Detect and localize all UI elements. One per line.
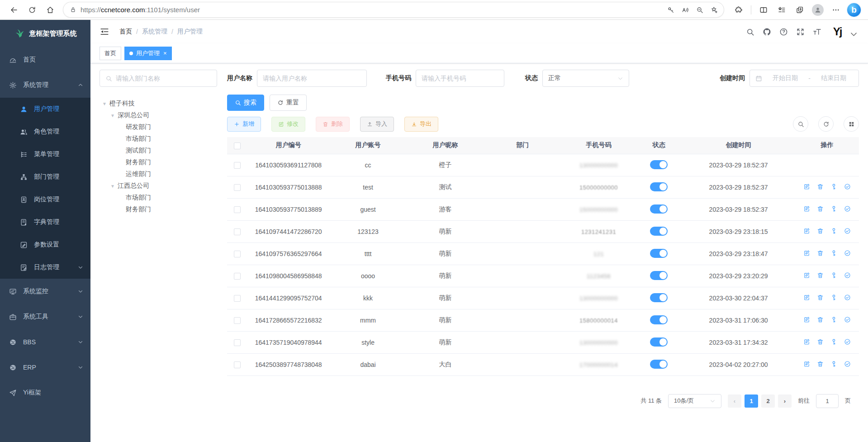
status-select[interactable]: 正常 (542, 70, 629, 87)
edit-row-icon[interactable] (803, 338, 810, 345)
date-start-placeholder[interactable]: 开始日期 (766, 74, 805, 82)
collections-icon[interactable] (774, 2, 789, 18)
assign-role-icon[interactable] (844, 338, 851, 345)
search-button[interactable]: 搜索 (227, 95, 264, 111)
username-input[interactable] (257, 70, 367, 87)
row-checkbox[interactable] (234, 273, 241, 280)
add-button[interactable]: 新增 (227, 117, 261, 132)
dept-search-field[interactable] (116, 75, 211, 82)
delete-row-icon[interactable] (817, 361, 824, 367)
reset-password-icon[interactable] (830, 250, 837, 257)
status-toggle[interactable] (650, 160, 668, 169)
status-toggle[interactable] (650, 227, 668, 236)
font-size-icon[interactable] (813, 28, 821, 36)
extensions-icon[interactable] (731, 2, 746, 18)
goto-page-input[interactable] (816, 394, 839, 408)
reload-icon[interactable] (24, 2, 40, 18)
tree-node[interactable]: ▼ 运维部门 (100, 168, 217, 180)
edit-row-icon[interactable] (803, 272, 810, 279)
delete-row-icon[interactable] (817, 228, 824, 234)
edit-row-icon[interactable] (803, 228, 810, 234)
tree-node[interactable]: ▼ 财务部门 (100, 157, 217, 168)
sidebar-item-menu-mgmt[interactable]: 菜单管理 (0, 143, 90, 166)
tree-node[interactable]: ▼ 研发部门 (100, 121, 217, 133)
row-checkbox[interactable] (234, 162, 241, 169)
fullscreen-icon[interactable] (796, 28, 805, 36)
tree-node[interactable]: ▼ 橙子科技 (100, 98, 217, 109)
tree-node[interactable]: ▼ 江西总公司 (100, 180, 217, 192)
next-page-button[interactable]: › (778, 394, 792, 408)
assign-role-icon[interactable] (844, 272, 851, 279)
github-icon[interactable] (763, 28, 771, 36)
edit-row-icon[interactable] (803, 183, 810, 190)
reset-password-icon[interactable] (830, 338, 837, 345)
status-toggle[interactable] (650, 249, 668, 258)
breadcrumb-home[interactable]: 首页 (119, 28, 132, 36)
status-toggle[interactable] (650, 182, 668, 191)
page-button-2[interactable]: 2 (761, 394, 775, 408)
tree-caret-icon[interactable]: ▼ (108, 184, 118, 189)
reset-password-icon[interactable] (830, 228, 837, 234)
password-key-icon[interactable] (664, 3, 678, 17)
dept-search-input[interactable] (100, 70, 217, 87)
sidebar-item-param-settings[interactable]: 参数设置 (0, 233, 90, 256)
tree-node[interactable]: ▼ 测试部门 (100, 145, 217, 157)
edit-row-icon[interactable] (803, 361, 810, 367)
close-tab-icon[interactable]: × (163, 50, 167, 56)
reset-password-icon[interactable] (830, 316, 837, 323)
date-end-placeholder[interactable]: 结束日期 (814, 74, 853, 82)
profile-icon[interactable] (810, 2, 825, 18)
delete-button[interactable]: 删除 (316, 117, 350, 132)
phone-field[interactable] (422, 75, 498, 82)
row-checkbox[interactable] (234, 295, 241, 302)
tree-node[interactable]: ▼ 财务部门 (100, 204, 217, 215)
sidebar-item-user-mgmt[interactable]: 用户管理 (0, 98, 90, 120)
delete-row-icon[interactable] (817, 294, 824, 301)
home-icon[interactable] (43, 2, 58, 18)
reset-button[interactable]: 重置 (270, 95, 307, 111)
row-checkbox[interactable] (234, 184, 241, 191)
delete-row-icon[interactable] (817, 250, 824, 257)
new-tab-group-icon[interactable] (792, 2, 807, 18)
address-bar[interactable]: https://ccnetcore.com:1101/system/user (63, 2, 724, 17)
assign-role-icon[interactable] (844, 361, 851, 367)
status-toggle[interactable] (650, 204, 668, 214)
delete-row-icon[interactable] (817, 338, 824, 345)
table-refresh-icon[interactable] (818, 116, 834, 132)
sidebar-item-dict-mgmt[interactable]: 字典管理 (0, 211, 90, 233)
row-checkbox[interactable] (234, 206, 241, 213)
tab-user-mgmt[interactable]: 用户管理 × (124, 47, 172, 60)
export-button[interactable]: 导出 (404, 117, 438, 132)
status-toggle[interactable] (650, 315, 668, 324)
status-toggle[interactable] (650, 337, 668, 347)
sidebar-item-log-mgmt[interactable]: 日志管理 (0, 256, 90, 279)
reset-password-icon[interactable] (830, 183, 837, 190)
user-avatar[interactable]: Yj (830, 24, 845, 39)
sidebar-item-role-mgmt[interactable]: 角色管理 (0, 120, 90, 143)
sidebar-item-dept-mgmt[interactable]: 部门管理 (0, 166, 90, 188)
read-aloud-icon[interactable] (678, 3, 692, 17)
breadcrumb-system[interactable]: 系统管理 (142, 28, 167, 36)
reset-password-icon[interactable] (830, 205, 837, 212)
tab-home[interactable]: 首页 (100, 47, 121, 60)
page-button-1[interactable]: 1 (745, 394, 758, 408)
edit-row-icon[interactable] (803, 294, 810, 301)
assign-role-icon[interactable] (844, 228, 851, 234)
split-screen-icon[interactable] (756, 2, 771, 18)
tree-node[interactable]: ▼ 深圳总公司 (100, 109, 217, 121)
edit-row-icon[interactable] (803, 316, 810, 323)
tree-caret-icon[interactable]: ▼ (108, 113, 118, 118)
bing-icon[interactable]: b (846, 2, 862, 18)
import-button[interactable]: 导入 (360, 117, 394, 132)
sidebar-item-post-mgmt[interactable]: 岗位管理 (0, 188, 90, 211)
row-checkbox[interactable] (234, 317, 241, 324)
username-field[interactable] (263, 75, 361, 82)
status-toggle[interactable] (650, 293, 668, 302)
row-checkbox[interactable] (234, 251, 241, 257)
delete-row-icon[interactable] (817, 316, 824, 323)
sidebar-item-monitor[interactable]: 系统监控 (0, 279, 90, 304)
delete-row-icon[interactable] (817, 205, 824, 212)
sidebar-item-system[interactable]: 系统管理 (0, 72, 90, 98)
favorite-add-icon[interactable] (707, 3, 721, 17)
table-search-icon[interactable] (793, 116, 808, 132)
